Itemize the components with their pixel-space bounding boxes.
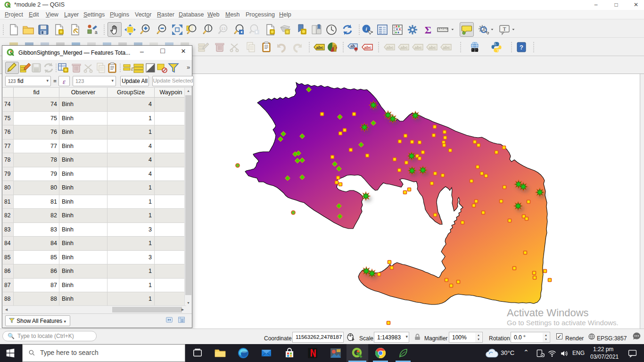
svg-text:abc: abc: [443, 45, 450, 50]
svg-text:abc: abc: [400, 45, 408, 50]
svg-text:abc: abc: [364, 45, 372, 50]
svg-text:a: a: [95, 30, 98, 35]
svg-text:?: ?: [520, 44, 523, 51]
svg-text:abc: abc: [386, 45, 394, 50]
svg-text:abc: abc: [429, 45, 436, 50]
svg-text:T: T: [503, 26, 506, 32]
svg-text:1:1: 1:1: [221, 27, 225, 30]
svg-text:abc: abc: [414, 45, 422, 50]
svg-text:ab: ab: [350, 44, 355, 49]
svg-text:abc: abc: [316, 45, 323, 50]
svg-text:Σ: Σ: [425, 24, 431, 36]
